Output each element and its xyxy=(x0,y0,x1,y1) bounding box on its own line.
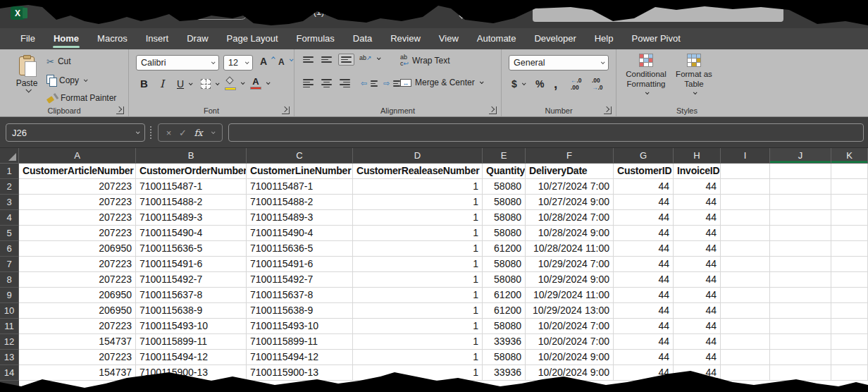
decrease-decimal-button[interactable]: .00→.0 xyxy=(592,78,603,92)
cell-B10[interactable]: 7100115638-9 xyxy=(136,303,247,319)
menu-tab-home[interactable]: Home xyxy=(44,28,88,49)
cell-G3[interactable]: 44 xyxy=(614,195,674,210)
cell-F14[interactable]: 10/20/2024 9:00 xyxy=(526,365,614,381)
cell-D11[interactable]: 1 xyxy=(353,319,483,334)
cell-E13[interactable]: 58080 xyxy=(483,350,526,365)
comma-style-button[interactable]: , xyxy=(554,76,557,92)
merge-center-button[interactable]: ↔ Merge & Center xyxy=(400,78,483,87)
cell-K9[interactable] xyxy=(831,288,868,303)
cell-E12[interactable]: 33936 xyxy=(483,334,526,350)
cell-B9[interactable]: 7100115637-8 xyxy=(136,288,247,303)
column-header-H[interactable]: H xyxy=(674,148,721,164)
alignment-dialog-launcher-icon[interactable] xyxy=(489,106,497,114)
cell-F2[interactable]: 10/27/2024 7:00 xyxy=(526,179,614,195)
cell-K2[interactable] xyxy=(831,179,868,195)
cell-B11[interactable]: 7100115493-10 xyxy=(136,319,247,334)
format-as-table-button[interactable]: Format as Table xyxy=(671,54,717,94)
cell-K10[interactable] xyxy=(831,303,868,319)
font-dialog-launcher-icon[interactable] xyxy=(282,106,290,114)
cell-D2[interactable]: 1 xyxy=(353,179,483,195)
insert-function-icon[interactable]: fx xyxy=(194,128,202,138)
cell-J10[interactable] xyxy=(770,303,831,319)
percent-style-button[interactable]: % xyxy=(535,78,544,90)
cell-K7[interactable] xyxy=(831,257,868,272)
align-right-button[interactable] xyxy=(340,79,350,87)
cell-F5[interactable]: 10/28/2024 9:00 xyxy=(526,226,614,241)
row-header-13[interactable]: 13 xyxy=(0,350,19,365)
cell-H9[interactable]: 44 xyxy=(674,288,721,303)
cell-F11[interactable]: 10/20/2024 7:00 xyxy=(526,319,614,334)
cell-B8[interactable]: 7100115492-7 xyxy=(136,272,247,288)
top-align-button[interactable] xyxy=(303,56,314,63)
menu-tab-macros[interactable]: Macros xyxy=(88,28,137,49)
cell-A4[interactable]: 207223 xyxy=(19,210,136,226)
cell-I2[interactable] xyxy=(721,179,770,195)
cancel-icon[interactable]: × xyxy=(166,128,172,138)
cell-I7[interactable] xyxy=(721,257,770,272)
select-all-corner[interactable] xyxy=(0,148,19,164)
align-center-button[interactable] xyxy=(321,79,332,87)
cell-G11[interactable]: 44 xyxy=(614,319,674,334)
cell-H12[interactable]: 44 xyxy=(674,334,721,350)
cell-F8[interactable]: 10/29/2024 9:00 xyxy=(526,272,614,288)
cell-J6[interactable] xyxy=(770,241,831,257)
cell-D9[interactable]: 1 xyxy=(353,288,483,303)
cell-F6[interactable]: 10/28/2024 11:00 xyxy=(526,241,614,257)
cell-J11[interactable] xyxy=(770,319,831,334)
bottom-align-button[interactable] xyxy=(338,54,354,66)
cell-B5[interactable]: 7100115490-4 xyxy=(136,226,247,241)
cell-D10[interactable]: 1 xyxy=(353,303,483,319)
cell-H10[interactable]: 44 xyxy=(674,303,721,319)
cell-C1[interactable]: CustomerLineNumber xyxy=(247,164,353,179)
cell-I8[interactable] xyxy=(721,272,770,288)
cell-A8[interactable]: 207223 xyxy=(19,272,136,288)
cell-A3[interactable]: 207223 xyxy=(19,195,136,210)
cell-H13[interactable]: 44 xyxy=(674,350,721,365)
cell-K5[interactable] xyxy=(831,226,868,241)
cell-F1[interactable]: DeliveryDate xyxy=(526,164,614,179)
cell-K6[interactable] xyxy=(831,241,868,257)
row-header-11[interactable]: 11 xyxy=(0,319,19,334)
cell-G1[interactable]: CustomerID xyxy=(614,164,674,179)
cell-C8[interactable]: 7100115492-7 xyxy=(247,272,353,288)
menu-tab-developer[interactable]: Developer xyxy=(525,28,585,49)
underline-button[interactable]: U xyxy=(177,78,192,90)
cell-C14[interactable]: 7100115900-13 xyxy=(247,365,353,381)
cell-C3[interactable]: 7100115488-2 xyxy=(247,195,353,210)
cell-K4[interactable] xyxy=(831,210,868,226)
row-header-9[interactable]: 9 xyxy=(0,288,19,303)
cell-G7[interactable]: 44 xyxy=(614,257,674,272)
cell-A2[interactable]: 207223 xyxy=(19,179,136,195)
cell-A12[interactable]: 154737 xyxy=(19,334,136,350)
cell-E10[interactable]: 61200 xyxy=(483,303,526,319)
cell-G5[interactable]: 44 xyxy=(614,226,674,241)
cell-J1[interactable] xyxy=(770,164,831,179)
increase-font-size-button[interactable]: A xyxy=(260,56,275,67)
cell-C5[interactable]: 7100115490-4 xyxy=(247,226,353,241)
enter-icon[interactable]: ✓ xyxy=(179,128,187,138)
cell-F4[interactable]: 10/28/2024 7:00 xyxy=(526,210,614,226)
cell-I9[interactable] xyxy=(721,288,770,303)
column-header-I[interactable]: I xyxy=(721,148,770,164)
cell-E1[interactable]: Quantity xyxy=(483,164,526,179)
cell-E6[interactable]: 61200 xyxy=(483,241,526,257)
cell-E3[interactable]: 58080 xyxy=(483,195,526,210)
column-header-A[interactable]: A xyxy=(19,148,136,164)
cell-B2[interactable]: 7100115487-1 xyxy=(136,179,247,195)
cell-C12[interactable]: 7100115899-11 xyxy=(247,334,353,350)
cell-D6[interactable]: 1 xyxy=(353,241,483,257)
cell-B7[interactable]: 7100115491-6 xyxy=(136,257,247,272)
menu-tab-file[interactable]: File xyxy=(11,28,44,49)
column-header-J[interactable]: J xyxy=(770,148,831,164)
cell-I3[interactable] xyxy=(721,195,770,210)
cell-H6[interactable]: 44 xyxy=(674,241,721,257)
cell-E7[interactable]: 58080 xyxy=(483,257,526,272)
cell-D5[interactable]: 1 xyxy=(353,226,483,241)
column-header-F[interactable]: F xyxy=(526,148,614,164)
borders-button[interactable] xyxy=(201,79,218,89)
decrease-font-size-button[interactable]: A xyxy=(278,57,292,67)
accounting-format-button[interactable]: $ xyxy=(512,78,525,90)
increase-decimal-button[interactable]: ←.0.00 xyxy=(571,78,582,92)
fill-color-button[interactable] xyxy=(225,78,244,86)
search-box[interactable] xyxy=(533,3,783,22)
